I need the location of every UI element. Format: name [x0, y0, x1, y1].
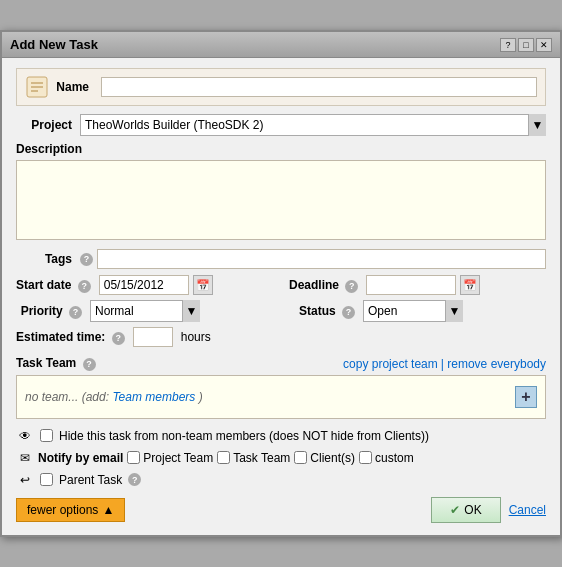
notify-project-team-label: Project Team: [143, 451, 213, 465]
description-label: Description: [16, 142, 546, 156]
two-col-section: Start date ? 05/15/2012 📅 Priority ? Nor…: [16, 275, 546, 352]
title-bar-controls: ? □ ✕: [500, 38, 552, 52]
dialog-title: Add New Task: [10, 37, 98, 52]
estimated-time-label: Estimated time: ?: [16, 330, 129, 345]
project-select-wrapper: TheoWorlds Builder (TheoSDK 2) ▼: [80, 114, 546, 136]
add-new-task-dialog: Add New Task ? □ ✕ Name Project: [0, 30, 562, 537]
minimize-button[interactable]: □: [518, 38, 534, 52]
close-button[interactable]: ✕: [536, 38, 552, 52]
hide-option-checkbox[interactable]: [40, 429, 53, 442]
team-members-link[interactable]: Team members: [112, 390, 195, 404]
task-team-links: copy project team | remove everybody: [343, 357, 546, 371]
remove-everybody-link[interactable]: remove everybody: [447, 357, 546, 371]
ok-button[interactable]: ✔ OK: [431, 497, 500, 523]
notify-option-row: ✉ Notify by email Project Team Task Team…: [16, 449, 546, 467]
hours-label: hours: [181, 330, 211, 344]
project-label: Project: [16, 118, 76, 132]
tags-label: Tags: [16, 252, 76, 266]
estimated-time-row: Estimated time: ? hours: [16, 327, 273, 347]
parent-task-label: Parent Task: [59, 473, 122, 487]
notify-clients-checkbox[interactable]: [294, 451, 307, 464]
deadline-help-icon[interactable]: ?: [345, 280, 358, 293]
add-team-member-button[interactable]: +: [515, 386, 537, 408]
start-date-help-icon[interactable]: ?: [78, 280, 91, 293]
right-column: Deadline ? 📅 Status ? Open In: [289, 275, 546, 352]
status-select-wrapper: Open In Progress Done Closed ▼: [363, 300, 463, 322]
priority-select-wrapper: Normal Low High Critical ▼: [90, 300, 200, 322]
left-column: Start date ? 05/15/2012 📅 Priority ? Nor…: [16, 275, 273, 352]
notify-project-team: Project Team: [127, 451, 213, 465]
estimated-time-input[interactable]: [133, 327, 173, 347]
name-label: Name: [55, 80, 95, 94]
tags-input[interactable]: [97, 249, 546, 269]
hide-option-row: 👁 Hide this task from non-team members (…: [16, 427, 546, 445]
help-button[interactable]: ?: [500, 38, 516, 52]
fewer-options-button[interactable]: fewer options ▲: [16, 498, 125, 522]
hide-option-label: Hide this task from non-team members (do…: [59, 429, 429, 443]
deadline-input[interactable]: [366, 275, 456, 295]
ok-check-icon: ✔: [450, 503, 460, 517]
project-select[interactable]: TheoWorlds Builder (TheoSDK 2): [80, 114, 546, 136]
notify-custom-checkbox[interactable]: [359, 451, 372, 464]
description-section: Description: [16, 142, 546, 243]
start-date-calendar-button[interactable]: 📅: [193, 275, 213, 295]
deadline-row: Deadline ? 📅: [289, 275, 546, 295]
options-rows: 👁 Hide this task from non-team members (…: [16, 427, 546, 489]
title-bar: Add New Task ? □ ✕: [2, 32, 560, 58]
status-label: Status ?: [289, 304, 359, 319]
task-team-label: Task Team ?: [16, 356, 96, 371]
status-row: Status ? Open In Progress Done Closed ▼: [289, 300, 546, 322]
tags-help-icon[interactable]: ?: [80, 253, 93, 266]
start-date-input[interactable]: 05/15/2012: [99, 275, 189, 295]
notify-label: Notify by email: [38, 451, 123, 465]
dialog-footer: fewer options ▲ ✔ OK Cancel: [16, 497, 546, 523]
description-textarea[interactable]: [16, 160, 546, 240]
parent-task-help-icon[interactable]: ?: [128, 473, 141, 486]
fewer-options-icon: ▲: [102, 503, 114, 517]
action-buttons: ✔ OK Cancel: [431, 497, 546, 523]
name-input[interactable]: [101, 77, 537, 97]
status-select[interactable]: Open In Progress Done Closed: [363, 300, 463, 322]
priority-row: Priority ? Normal Low High Critical ▼: [16, 300, 273, 322]
cancel-button[interactable]: Cancel: [509, 503, 546, 517]
notify-project-team-checkbox[interactable]: [127, 451, 140, 464]
priority-label: Priority ?: [16, 304, 86, 319]
estimated-time-help-icon[interactable]: ?: [112, 332, 125, 345]
fewer-options-label: fewer options: [27, 503, 98, 517]
parent-task-checkbox[interactable]: [40, 473, 53, 486]
notify-task-team: Task Team: [217, 451, 290, 465]
notify-custom: custom: [359, 451, 414, 465]
start-date-row: Start date ? 05/15/2012 📅: [16, 275, 273, 295]
task-team-box: no team... (add: Team members ) +: [16, 375, 546, 419]
task-team-header: Task Team ? copy project team | remove e…: [16, 356, 546, 371]
notify-task-team-checkbox[interactable]: [217, 451, 230, 464]
priority-help-icon[interactable]: ?: [69, 306, 82, 319]
tags-row: Tags ?: [16, 249, 546, 269]
parent-task-row: ↩ Parent Task ?: [16, 471, 546, 489]
task-team-help-icon[interactable]: ?: [83, 358, 96, 371]
footer-right: fewer options ▲ ✔ OK Cancel: [16, 497, 546, 523]
task-icon: [25, 75, 49, 99]
status-help-icon[interactable]: ?: [342, 306, 355, 319]
parent-task-icon: ↩: [16, 471, 34, 489]
deadline-calendar-button[interactable]: 📅: [460, 275, 480, 295]
notify-task-team-label: Task Team: [233, 451, 290, 465]
ok-label: OK: [464, 503, 481, 517]
priority-select[interactable]: Normal Low High Critical: [90, 300, 200, 322]
copy-project-team-link[interactable]: copy project team: [343, 357, 438, 371]
team-add-label: no team... (add: Team members ): [25, 390, 203, 404]
name-row: Name: [16, 68, 546, 106]
hide-eye-icon: 👁: [16, 427, 34, 445]
deadline-label: Deadline ?: [289, 278, 362, 293]
dialog-body: Name Project TheoWorlds Builder (TheoSDK…: [2, 58, 560, 535]
notify-clients-label: Client(s): [310, 451, 355, 465]
project-row: Project TheoWorlds Builder (TheoSDK 2) ▼: [16, 114, 546, 136]
notify-clients: Client(s): [294, 451, 355, 465]
notify-email-icon: ✉: [16, 449, 34, 467]
start-date-label: Start date ?: [16, 278, 95, 293]
notify-custom-label: custom: [375, 451, 414, 465]
